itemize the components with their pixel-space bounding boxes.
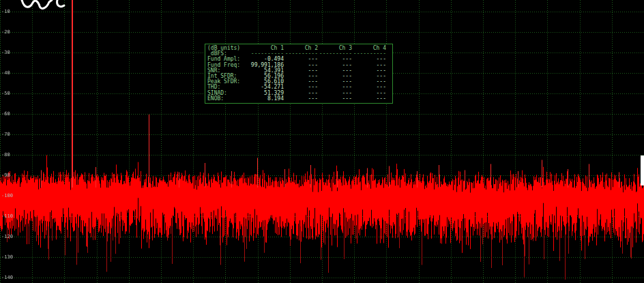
y-axis-tick-label: -20 bbox=[1, 29, 10, 35]
stats-rows: Fund Ampl:-0.494---------Fund Freq:99,99… bbox=[207, 57, 390, 102]
stats-row: Peak SFDR:56.610--------- bbox=[207, 79, 390, 85]
stats-row: SINAD:51.329--------- bbox=[207, 91, 390, 96]
y-axis-tick-label: -60 bbox=[1, 111, 10, 117]
y-axis-tick-label: -80 bbox=[1, 152, 10, 158]
y-axis-tick-label: -120 bbox=[1, 234, 13, 239]
y-axis-tick-label: -130 bbox=[1, 254, 13, 260]
stats-panel: (dB units) Ch 1 Ch 2 Ch 3 Ch 4 dBFS: ---… bbox=[205, 44, 393, 104]
y-axis-tick-label: -110 bbox=[1, 213, 13, 219]
stats-row: THD:-54.271--------- bbox=[207, 85, 390, 90]
stats-value: --- bbox=[352, 96, 386, 102]
stats-value: --- bbox=[318, 96, 352, 102]
y-axis-tick-label: -90 bbox=[1, 173, 10, 178]
fft-plot-canvas[interactable] bbox=[0, 0, 644, 283]
y-axis-tick-label: -40 bbox=[1, 70, 10, 76]
y-axis-tick-label: -100 bbox=[1, 193, 13, 198]
fft-analyzer-screen: -10-20-30-40-50-60-70-80-90-100-110-120-… bbox=[0, 0, 644, 283]
y-axis-tick-label: -140 bbox=[1, 275, 13, 280]
overlay-scribble-artifact bbox=[12, 0, 87, 14]
y-axis-tick-label: -70 bbox=[1, 132, 10, 137]
y-axis-tick-label: -10 bbox=[1, 9, 10, 14]
y-axis-tick-label: -30 bbox=[1, 50, 10, 55]
stats-row: ENOB:8.194--------- bbox=[207, 96, 390, 102]
stats-value: 8.194 bbox=[250, 96, 284, 102]
screenshot-edge-artifact bbox=[641, 155, 644, 185]
stats-row-label: ENOB: bbox=[207, 96, 250, 102]
stats-value: --- bbox=[284, 96, 318, 102]
stats-row: Fund Freq:99,991,186--------- bbox=[207, 63, 390, 68]
y-axis-tick-label: -50 bbox=[1, 91, 10, 96]
